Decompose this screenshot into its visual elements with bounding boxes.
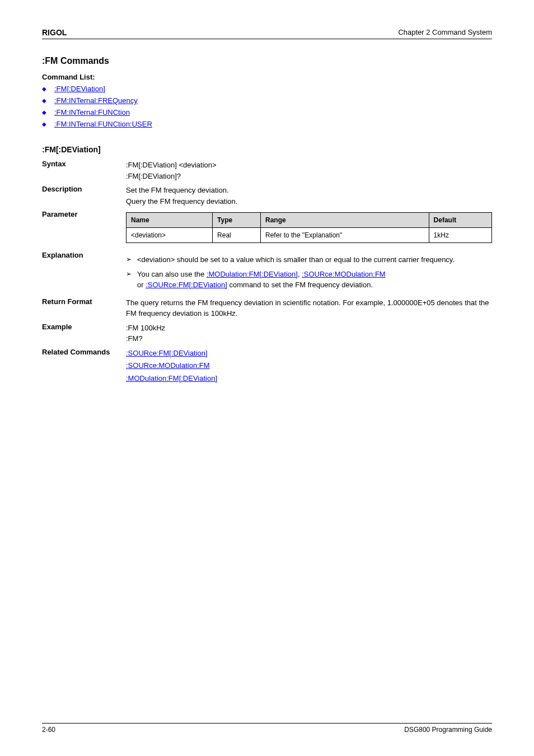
th-type: Type [213,213,261,228]
explanation-text: You can also use the :MODulation:FM[:DEV… [137,269,492,291]
description-value: Set the FM frequency deviation. Query th… [126,185,492,207]
explanation-item: ➢ <deviation> should be set to a value w… [126,254,492,265]
td-name: <deviation> [127,228,213,243]
explanation-text: <deviation> should be set to a value whi… [137,254,492,265]
page-header: RIGOL Chapter 2 Command System [42,28,492,39]
arrow-icon: ➢ [126,254,137,264]
link-fm-internal-function-user[interactable]: :FM:INTernal:FUNCtion:USER [54,120,152,128]
diamond-icon: ◆ [42,97,46,104]
link-fm-internal-frequency[interactable]: :FM:INTernal:FREQuency [54,96,138,105]
command-list-item: ◆ :FM:INTernal:FREQuency [42,96,492,105]
link-related-modulation-fm-deviation[interactable]: :MODulation:FM[:DEViation] [126,374,217,382]
description-row: Description Set the FM frequency deviati… [42,185,492,207]
link-source-modulation-fm[interactable]: :SOURce:MODulation:FM [302,270,386,278]
syntax-row: Syntax :FM[:DEViation] <deviation> :FM[:… [42,160,492,181]
related-label: Related Commands [42,348,126,356]
description-line: Query the FM frequency deviation. [126,196,492,207]
th-default: Default [429,213,491,228]
command-list-label: Command List: [42,73,126,81]
command-list-row: Command List: [42,73,492,81]
example-label: Example [42,323,126,331]
return-format-row: Return Format The query returns the FM f… [42,297,492,319]
td-default: 1kHz [429,228,491,243]
link-related-source-fm-deviation[interactable]: :SOURce:FM[:DEViation] [126,349,208,357]
return-format-value: The query returns the FM frequency devia… [126,297,492,319]
section-title: :FM Commands [42,56,492,66]
table-header-row: Name Type Range Default [127,213,492,228]
link-fm-internal-function[interactable]: :FM:INTernal:FUNCtion [54,108,130,116]
explanation-item: ➢ You can also use the :MODulation:FM[:D… [126,269,492,291]
syntax-line: :FM[:DEViation] <deviation> [126,160,492,171]
th-name: Name [127,213,213,228]
syntax-label: Syntax [42,160,126,168]
th-range: Range [261,213,429,228]
parameter-row: Parameter Name Type Range Default <devia… [42,210,492,248]
page-footer: 2-60 DSG800 Programming Guide [42,723,492,734]
description-line: Set the FM frequency deviation. [126,185,492,196]
td-range: Refer to the "Explanation" [261,228,429,243]
diamond-icon: ◆ [42,121,46,127]
description-label: Description [42,185,126,193]
chapter-title: Chapter 2 Command System [398,28,492,36]
parameter-table: Name Type Range Default <deviation> Real… [126,212,492,243]
return-format-label: Return Format [42,297,126,306]
link-modulation-fm-deviation[interactable]: :MODulation:FM[:DEViation] [207,270,298,278]
parameter-value: Name Type Range Default <deviation> Real… [126,210,492,248]
related-value: :SOURce:FM[:DEViation] :SOURce:MODulatio… [126,348,492,386]
command-list-item: ◆ :FM[:DEViation] [42,85,492,93]
syntax-line: :FM[:DEViation]? [126,171,492,182]
arrow-icon: ➢ [126,269,137,279]
explanation-label: Explanation [42,251,126,259]
related-row: Related Commands :SOURce:FM[:DEViation] … [42,348,492,386]
link-fm-deviation[interactable]: :FM[:DEViation] [54,85,105,93]
doc-id: DSG800 Programming Guide [404,726,492,734]
command-list: ◆ :FM[:DEViation] ◆ :FM:INTernal:FREQuen… [42,85,492,128]
brand-name: RIGOL [42,28,67,37]
example-value: :FM 100kHz :FM? [126,323,492,344]
command-heading: :FM[:DEViation] [42,145,492,154]
example-row: Example :FM 100kHz :FM? [42,323,492,344]
td-type: Real [213,228,261,243]
syntax-value: :FM[:DEViation] <deviation> :FM[:DEViati… [126,160,492,181]
command-list-item: ◆ :FM:INTernal:FUNCtion:USER [42,120,492,128]
diamond-icon: ◆ [42,109,46,115]
page-number: 2-60 [42,726,55,734]
example-line: :FM? [126,333,492,344]
command-list-item: ◆ :FM:INTernal:FUNCtion [42,108,492,116]
link-source-fm-deviation[interactable]: :SOURce:FM[:DEViation] [146,281,227,289]
example-line: :FM 100kHz [126,323,492,334]
link-related-source-modulation-fm[interactable]: :SOURce:MODulation:FM [126,361,210,370]
table-row: <deviation> Real Refer to the "Explanati… [127,228,492,243]
diamond-icon: ◆ [42,86,46,92]
explanation-value: ➢ <deviation> should be set to a value w… [126,254,492,294]
explanation-row: Explanation ➢ <deviation> should be set … [42,251,492,294]
parameter-label: Parameter [42,210,126,218]
